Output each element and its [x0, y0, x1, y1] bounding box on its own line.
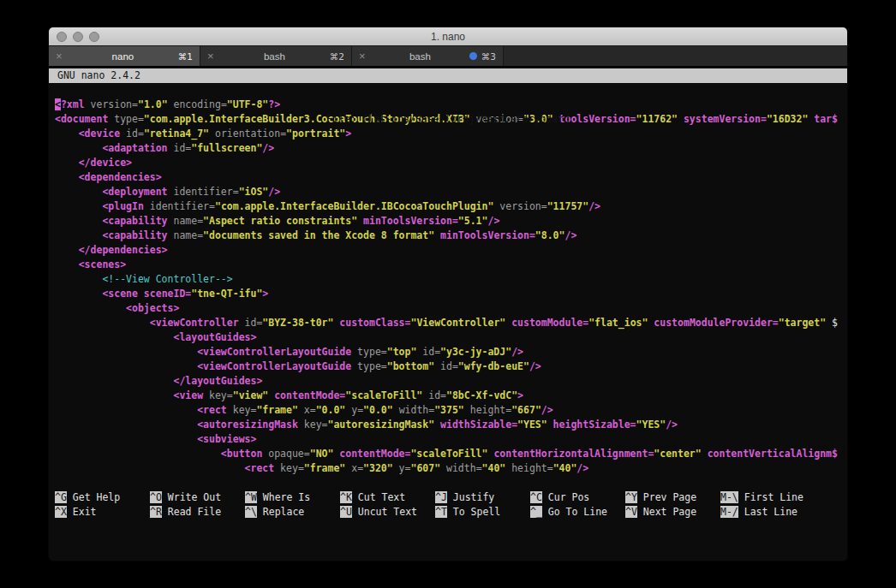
code-line: <dependencies> [55, 170, 847, 185]
window-controls [57, 27, 99, 45]
tab-title-label: bash [371, 51, 469, 62]
shortcut-key: ^T [435, 506, 447, 518]
code-line: </device> [55, 156, 847, 170]
code-line: </dependencies> [55, 243, 847, 258]
code-line: <!--View Controller--> [55, 272, 847, 287]
code-line: <subviews> [55, 432, 847, 447]
tab-bash-2[interactable]: ×bash⌘2 [200, 46, 352, 66]
shortcut-key: ^W [245, 491, 257, 503]
shortcut-key: ^J [435, 491, 447, 503]
shortcut-item: ^V Next Page [625, 505, 720, 520]
shortcut-item: ^Y Prev Page [625, 490, 720, 505]
activity-indicator-dot [469, 52, 477, 60]
shortcut-item: ^C Cur Pos [530, 490, 625, 505]
code-line: <rect key="frame" x="320" y="607" width=… [55, 461, 847, 476]
code-line: <capability name="Aspect ratio constrain… [55, 214, 847, 229]
tab-right-group: ⌘3 [469, 51, 496, 62]
shortcut-label: Cur Pos [548, 491, 589, 503]
shortcut-key: ^R [150, 506, 162, 518]
nano-shortcut-bar: ^G Get Help^O Write Out^W Where Is^K Cut… [49, 490, 847, 520]
tab-shortcut-label: ⌘3 [481, 51, 496, 62]
shortcut-label: Justify [453, 491, 494, 503]
shortcut-label: Read File [168, 506, 221, 518]
shortcut-item: ^G Get Help [55, 490, 150, 505]
shortcut-row: ^X Exit^R Read File^\ Replace^U Uncut Te… [55, 505, 847, 520]
shortcut-item: ^\ Replace [245, 505, 340, 520]
code-line: <viewController id="BYZ-38-t0r" customCl… [55, 316, 847, 330]
code-line: <view key="view" contentMode="scaleToFil… [55, 389, 847, 403]
nano-version-label: GNU nano 2.4.2 [57, 68, 140, 83]
shortcut-label: Next Page [643, 506, 696, 518]
window-title: 1. nano [431, 31, 465, 43]
shortcut-key: ^U [340, 506, 352, 518]
tab-shortcut-label: ⌘1 [178, 51, 193, 62]
code-line: <scenes> [55, 258, 847, 272]
tab-bar: ×nano⌘1×bash⌘2×bash⌘3 [49, 46, 847, 67]
shortcut-key: ^Y [625, 491, 637, 503]
shortcut-label: Last Line [744, 506, 797, 518]
window-titlebar[interactable]: 1. nano [49, 27, 847, 46]
tab-right-group: ⌘2 [330, 51, 344, 62]
code-line: </layoutGuides> [55, 374, 847, 389]
shortcut-item: ^W Where Is [245, 490, 340, 505]
shortcut-key: ^K [340, 491, 352, 503]
shortcut-label: Prev Page [643, 491, 696, 503]
code-line: <rect key="frame" x="0.0" y="0.0" width=… [55, 403, 847, 418]
code-line: <objects> [55, 301, 847, 316]
code-line: <viewControllerLayoutGuide type="bottom"… [55, 359, 847, 374]
shortcut-item: ^T To Spell [435, 505, 530, 520]
code-line: <capability name="documents saved in the… [55, 229, 847, 243]
shortcut-label: Replace [263, 506, 304, 518]
code-line: <viewControllerLayoutGuide type="top" id… [55, 345, 847, 359]
shortcut-item: M-/ Last Line [720, 505, 815, 520]
tab-right-group: ⌘1 [178, 51, 193, 62]
shortcut-label: Where Is [263, 491, 310, 503]
shortcut-key: ^V [625, 506, 637, 518]
code-line: <plugIn identifier="com.apple.InterfaceB… [55, 199, 847, 214]
shortcut-key: ^G [55, 491, 67, 503]
nano-header-bar: GNU nano 2.4.2 File: flat-ios/Base.lproj… [49, 68, 847, 83]
shortcut-key: M-\ [720, 491, 738, 503]
shortcut-label: Write Out [168, 491, 221, 503]
shortcut-label: Go To Line [548, 506, 607, 518]
code-line: <layoutGuides> [55, 330, 847, 345]
shortcut-row: ^G Get Help^O Write Out^W Where Is^K Cut… [55, 490, 847, 505]
shortcut-key: ^O [150, 491, 162, 503]
shortcut-key: ^\ [245, 506, 257, 518]
tab-shortcut-label: ⌘2 [330, 51, 344, 62]
zoom-button[interactable] [89, 32, 99, 42]
code-line: <button opaque="NO" contentMode="scaleTo… [55, 447, 847, 461]
tab-title-label: bash [219, 51, 330, 62]
tab-title-label: nano [68, 51, 178, 62]
code-line: <deployment identifier="iOS"/> [55, 185, 847, 199]
terminal-window: 1. nano ×nano⌘1×bash⌘2×bash⌘3 GNU nano 2… [48, 27, 848, 561]
shortcut-item: ^U Uncut Text [340, 505, 435, 520]
shortcut-item: ^J Justify [435, 490, 530, 505]
code-line: <autoresizingMask key="autoresizingMask"… [55, 418, 847, 432]
tab-close-icon[interactable]: × [56, 50, 68, 62]
shortcut-item: ^O Write Out [150, 490, 245, 505]
shortcut-label: First Line [744, 491, 803, 503]
shortcut-label: To Spell [453, 506, 500, 518]
shortcut-item: ^_ Go To Line [530, 505, 625, 520]
shortcut-key: ^X [55, 506, 67, 518]
minimize-button[interactable] [73, 32, 83, 42]
code-line: <scene sceneID="tne-QT-ifu"> [55, 287, 847, 301]
shortcut-label: Uncut Text [358, 506, 417, 518]
tab-nano-1[interactable]: ×nano⌘1 [49, 46, 200, 66]
shortcut-label: Get Help [73, 491, 120, 503]
shortcut-label: Cut Text [358, 491, 405, 503]
close-button[interactable] [57, 32, 67, 42]
shortcut-label: Exit [73, 506, 97, 518]
shortcut-key: ^_ [530, 506, 542, 518]
tab-bash-3[interactable]: ×bash⌘3 [352, 46, 504, 66]
shortcut-key: M-/ [720, 506, 738, 518]
nano-editor[interactable]: GNU nano 2.4.2 File: flat-ios/Base.lproj… [49, 67, 847, 561]
shortcut-item: ^X Exit [55, 505, 150, 520]
status-row [49, 476, 847, 490]
shortcut-item: ^R Read File [150, 505, 245, 520]
nano-file-label: File: flat-ios/Base.lproj/Main.storyboar… [49, 112, 847, 127]
shortcut-item: M-\ First Line [720, 490, 815, 505]
tab-close-icon[interactable]: × [207, 50, 219, 62]
tab-close-icon[interactable]: × [359, 50, 371, 62]
